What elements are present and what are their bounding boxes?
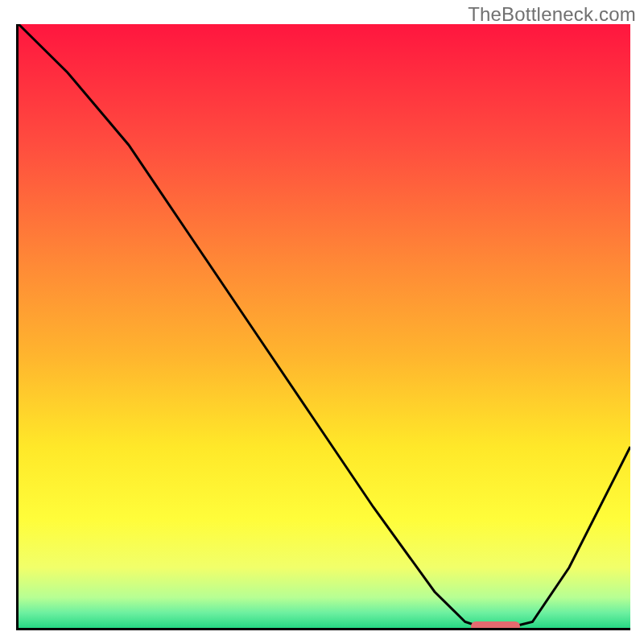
bottleneck-curve-path [19,24,630,628]
plot-area [16,24,630,630]
bottleneck-chart: TheBottleneck.com [0,0,644,644]
curve-layer [19,24,630,628]
watermark-label: TheBottleneck.com [468,3,636,26]
optimal-marker [471,621,520,630]
